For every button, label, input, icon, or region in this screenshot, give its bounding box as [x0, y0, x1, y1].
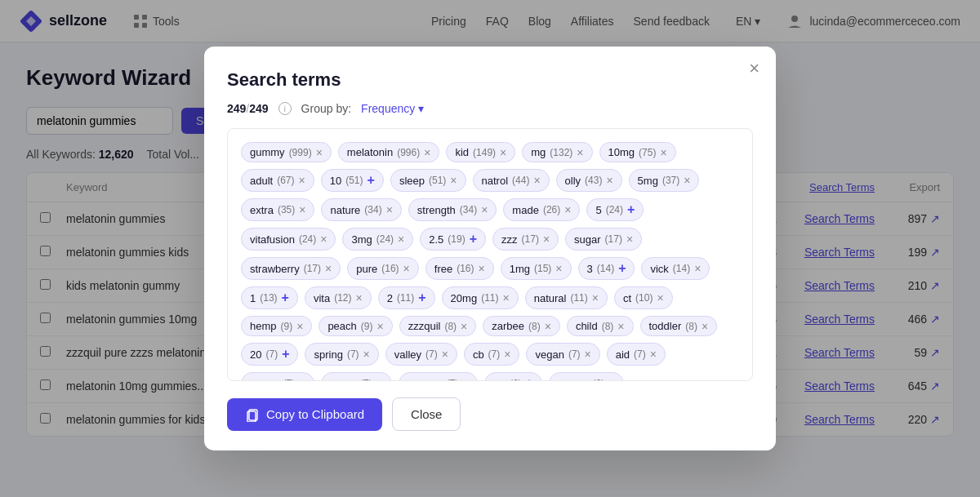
- tag-remove-button[interactable]: ×: [684, 175, 690, 186]
- tag-remove-button[interactable]: ×: [657, 292, 663, 304]
- tag-count: (34): [364, 204, 381, 215]
- tag-remove-button[interactable]: ×: [479, 263, 485, 274]
- tag-label: 10mg: [608, 146, 635, 158]
- list-item: count (7) ×: [321, 372, 392, 381]
- tag-label: strength: [417, 204, 456, 216]
- tag-remove-button[interactable]: ×: [626, 233, 633, 245]
- tag-add-button[interactable]: +: [282, 347, 289, 362]
- tag-remove-button[interactable]: ×: [299, 378, 305, 381]
- tag-count: (7): [425, 348, 438, 360]
- tag-remove-button[interactable]: ×: [504, 348, 510, 360]
- tag-remove-button[interactable]: ×: [299, 175, 305, 186]
- tag-label: 3mg: [351, 233, 372, 246]
- list-item: mg (132) ×: [522, 142, 592, 162]
- tag-remove-button[interactable]: ×: [702, 321, 708, 332]
- tag-remove-button[interactable]: ×: [296, 321, 303, 332]
- tag-count: (16): [457, 263, 474, 274]
- tag-label: peach: [327, 320, 356, 332]
- tag-label: valley: [394, 348, 421, 361]
- modal-overlay[interactable]: × Search terms 249/249 i Group by: Frequ…: [0, 0, 980, 459]
- tag-remove-button[interactable]: ×: [450, 175, 457, 186]
- tag-remove-button[interactable]: ×: [316, 147, 323, 158]
- tag-remove-button[interactable]: ×: [461, 321, 467, 332]
- tag-add-button[interactable]: +: [470, 232, 477, 246]
- list-item: sleep (51) ×: [390, 169, 466, 192]
- list-item: melatonin (996) ×: [338, 142, 440, 162]
- list-item: 20 (7) +: [241, 343, 298, 366]
- tag-count: (24): [606, 204, 623, 215]
- tag-add-button[interactable]: +: [418, 291, 425, 305]
- tag-count: (9): [361, 321, 373, 332]
- tag-label: natural: [534, 292, 567, 304]
- tag-remove-button[interactable]: ×: [564, 204, 571, 215]
- tag-label: vitafusion: [250, 233, 295, 246]
- tag-remove-button[interactable]: ×: [325, 263, 332, 274]
- tag-remove-button[interactable]: ×: [555, 263, 562, 274]
- info-icon[interactable]: i: [278, 102, 292, 115]
- clipboard-icon: [245, 407, 260, 422]
- tag-remove-button[interactable]: ×: [376, 321, 383, 332]
- tag-count: (11): [481, 292, 498, 304]
- tag-remove-button[interactable]: ×: [376, 378, 383, 381]
- tag-count: (8): [528, 321, 541, 332]
- tag-remove-button[interactable]: ×: [442, 348, 448, 360]
- tag-remove-button[interactable]: ×: [660, 147, 666, 158]
- tag-label: 1mg: [510, 263, 530, 275]
- close-button[interactable]: Close: [392, 397, 461, 431]
- tag-count: (34): [460, 204, 477, 215]
- tag-label: zarbee: [492, 320, 524, 332]
- tag-remove-button[interactable]: ×: [606, 175, 612, 186]
- tag-remove-button[interactable]: ×: [545, 321, 551, 332]
- tag-count: (24): [299, 233, 316, 245]
- tag-add-button[interactable]: +: [618, 261, 626, 276]
- tag-remove-button[interactable]: ×: [356, 292, 363, 304]
- tag-remove-button[interactable]: ×: [585, 348, 591, 360]
- tag-label: adult: [250, 175, 273, 187]
- tag-count: (75): [639, 147, 656, 158]
- tag-add-button[interactable]: +: [627, 202, 635, 217]
- tag-remove-button[interactable]: ×: [424, 147, 430, 158]
- tag-remove-button[interactable]: ×: [500, 147, 506, 158]
- list-item: aid (7) ×: [607, 343, 666, 366]
- tag-remove-button[interactable]: ×: [577, 147, 583, 158]
- tag-remove-button[interactable]: ×: [403, 263, 410, 274]
- tag-remove-button[interactable]: ×: [363, 348, 370, 360]
- list-item: gummy (999) ×: [241, 142, 332, 162]
- tag-remove-button[interactable]: ×: [608, 378, 615, 381]
- tag-count: (17): [522, 233, 539, 245]
- tag-remove-button[interactable]: ×: [481, 204, 488, 215]
- tag-remove-button[interactable]: ×: [320, 233, 327, 245]
- list-item: nature (34) ×: [321, 198, 401, 221]
- list-item: 3 (14) +: [578, 257, 635, 280]
- tag-count: (14): [673, 263, 690, 274]
- tag-count: (10): [635, 292, 653, 304]
- tag-remove-button[interactable]: ×: [299, 204, 305, 215]
- tag-remove-button[interactable]: ×: [533, 175, 540, 186]
- modal-close-x[interactable]: ×: [749, 60, 760, 78]
- group-label: Group by:: [301, 102, 351, 115]
- tag-remove-button[interactable]: ×: [617, 321, 624, 332]
- list-item: cb (7) ×: [464, 343, 520, 366]
- list-item: olly (43) ×: [556, 169, 622, 192]
- tag-remove-button[interactable]: ×: [462, 378, 469, 381]
- tag-add-button[interactable]: +: [282, 291, 289, 305]
- group-by-selector[interactable]: Frequency ▾: [361, 102, 424, 115]
- list-item: strength (34) ×: [408, 198, 497, 221]
- tag-count: (6): [593, 378, 605, 381]
- tag-remove-button[interactable]: ×: [650, 348, 657, 360]
- tag-count: (9): [281, 321, 293, 332]
- tag-add-button[interactable]: +: [526, 376, 533, 381]
- tag-add-button[interactable]: +: [368, 173, 375, 188]
- tag-remove-button[interactable]: ×: [386, 204, 393, 215]
- list-item: pure (16) ×: [347, 257, 419, 280]
- list-item: sugar (17) ×: [565, 228, 642, 251]
- tag-remove-button[interactable]: ×: [694, 263, 701, 274]
- list-item: peach (9) ×: [318, 316, 392, 336]
- tag-remove-button[interactable]: ×: [502, 292, 509, 304]
- tag-remove-button[interactable]: ×: [592, 292, 599, 304]
- list-item: adult (67) ×: [241, 169, 314, 192]
- tag-remove-button[interactable]: ×: [398, 233, 404, 245]
- copy-button-label: Copy to Clipboard: [266, 407, 364, 421]
- tag-remove-button[interactable]: ×: [543, 233, 550, 245]
- copy-to-clipboard-button[interactable]: Copy to Clipboard: [227, 398, 382, 431]
